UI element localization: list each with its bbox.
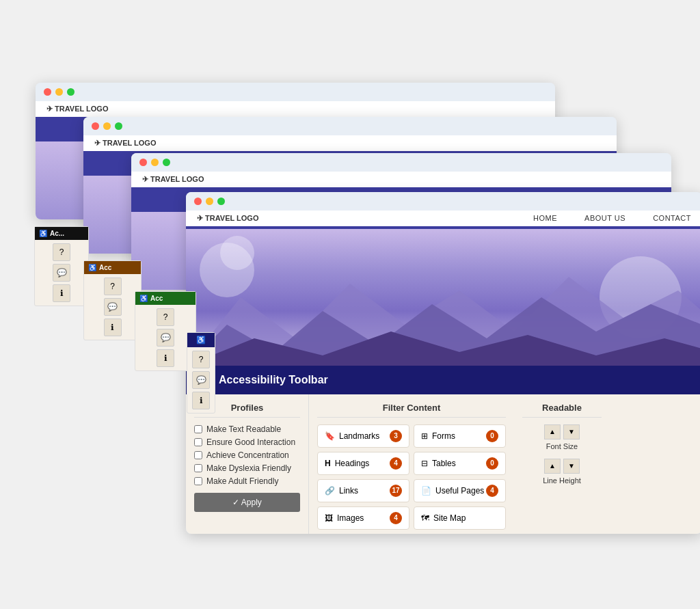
small-toolbar-1-header: ♿ Ac... [35,227,88,240]
small-toolbar-2-label: Acc [99,264,111,271]
icon-info-1[interactable]: ℹ [53,284,70,302]
nav-links-main: HOME ABOUT US CONTACT [533,214,691,222]
logo-main: ✈ TRAVEL LOGO [197,214,259,223]
icon-info-4[interactable]: ℹ [192,392,210,409]
filter-headings[interactable]: H Headings 4 [317,452,409,475]
images-badge: 4 [390,512,402,524]
line-height-down-button[interactable]: ▼ [563,459,580,474]
icon-info-2[interactable]: ℹ [104,319,122,336]
maximize-dot-main[interactable] [217,198,225,205]
maximize-dot-3[interactable] [163,159,170,166]
apply-button[interactable]: ✓ Apply [194,493,300,512]
landmarks-badge: 3 [390,430,402,442]
small-toolbar-3-icon: ♿ [139,295,148,302]
images-icon: 🖼 [325,513,333,523]
filter-tables[interactable]: ⊟ Tables 0 [414,452,506,475]
profile-adult-checkbox[interactable] [194,477,202,485]
small-toolbar-2-header: ♿ Acc [84,261,141,274]
line-height-up-button[interactable]: ▲ [544,459,561,474]
headings-label: Headings [335,459,370,468]
icon-question-2[interactable]: ? [104,278,122,295]
side-toolbar-4-header: ♿ [187,333,215,347]
profiles-section: Profiles Make Text Readable Ensure Good … [186,394,309,534]
filter-images[interactable]: 🖼 Images 4 [317,506,409,530]
profile-adult[interactable]: Make Adult Friendly [194,476,300,486]
nav-contact-main[interactable]: CONTACT [653,214,691,222]
icon-question-4[interactable]: ? [192,351,210,368]
maximize-dot-1[interactable] [67,88,75,96]
line-height-buttons: ▲ ▼ [544,459,580,474]
font-size-control: ▲ ▼ Font Size [522,424,602,450]
icon-question-1[interactable]: ? [53,243,70,261]
headings-icon: H [325,459,331,468]
useful-pages-icon: 📄 [421,486,431,496]
filter-grid: 🔖 Landmarks 3 ⊞ Forms 0 [317,424,506,530]
profile-readable-label: Make Text Readable [206,424,281,434]
font-size-up-button[interactable]: ▲ [544,424,561,439]
filter-forms[interactable]: ⊞ Forms 0 [414,424,506,448]
close-dot-main[interactable] [194,198,202,205]
links-badge: 17 [390,485,402,497]
profile-interaction-checkbox[interactable] [194,438,202,446]
close-dot-3[interactable] [139,159,147,166]
maximize-dot-2[interactable] [115,122,122,130]
hero-main [186,229,700,366]
images-label: Images [337,513,364,523]
mountains-svg [186,256,700,366]
side-toolbar-4-body: ? 💬 ℹ [187,347,215,413]
profile-interaction-label: Ensure Good Interaction [206,437,295,447]
close-dot-1[interactable] [44,88,51,96]
small-toolbar-1: ♿ Ac... ? 💬 ℹ [34,226,89,306]
headings-badge: 4 [390,457,402,470]
small-toolbar-3-label: Acc [150,295,163,302]
icon-chat-1[interactable]: 💬 [53,264,70,282]
filter-sitemap[interactable]: 🗺 Site Map [414,506,506,530]
minimize-dot-3[interactable] [151,159,159,166]
font-size-down-button[interactable]: ▼ [563,424,580,439]
logo-3: ✈ TRAVEL LOGO [142,175,204,184]
useful-pages-badge: 4 [486,485,498,497]
minimize-dot-2[interactable] [103,122,111,130]
icon-question-3[interactable]: ? [157,308,174,326]
nav-about-main[interactable]: ABOUT US [584,214,625,222]
browser-content-main: ✈ TRAVEL LOGO HOME ABOUT US CONTACT [186,211,700,534]
small-toolbar-1-icon: ♿ [39,230,47,237]
forms-label: Forms [432,431,455,441]
profile-dyslexia[interactable]: Make Dyslexia Friendly [194,463,300,473]
sitemap-icon: 🗺 [421,513,429,523]
icon-chat-4[interactable]: 💬 [192,371,210,389]
line-height-control: ▲ ▼ Line Height [522,459,602,485]
icon-chat-2[interactable]: 💬 [104,298,122,316]
side-toolbar-4: ♿ ? 💬 ℹ [187,332,215,414]
filter-landmarks[interactable]: 🔖 Landmarks 3 [317,424,409,448]
profile-good-interaction[interactable]: Ensure Good Interaction [194,437,300,447]
profile-make-readable[interactable]: Make Text Readable [194,424,300,434]
tables-icon: ⊟ [421,459,428,468]
logo-2: ✈ TRAVEL LOGO [94,139,157,148]
minimize-dot-main[interactable] [206,198,213,205]
filter-useful-pages[interactable]: 📄 Useful Pages 4 [414,479,506,502]
tables-badge: 0 [486,457,498,470]
toolbar-header: ♿ Accessibility Toolbar [186,366,700,394]
toolbar-body: Profiles Make Text Readable Ensure Good … [186,394,700,534]
profile-concentration[interactable]: Achieve Concentration [194,450,300,460]
line-height-label: Line Height [543,476,581,485]
icon-chat-3[interactable]: 💬 [157,329,174,347]
minimize-dot-1[interactable] [55,88,63,96]
profile-adult-label: Make Adult Friendly [206,476,278,486]
nav-home-main[interactable]: HOME [533,214,557,222]
logo-1: ✈ TRAVEL LOGO [46,105,109,113]
scene: ✈ TRAVEL LOGO HOME ABOUT US CONTACT ✈ TR… [22,45,678,565]
useful-pages-label: Useful Pages [435,486,484,496]
icon-info-3[interactable]: ℹ [157,349,174,367]
profile-dyslexia-label: Make Dyslexia Friendly [206,463,291,473]
profile-concentration-label: Achieve Concentration [206,450,289,460]
profile-concentration-checkbox[interactable] [194,451,202,459]
profile-dyslexia-checkbox[interactable] [194,464,202,472]
filter-links[interactable]: 🔗 Links 17 [317,479,409,502]
profile-readable-checkbox[interactable] [194,425,202,433]
close-dot-2[interactable] [92,122,99,130]
links-icon: 🔗 [325,486,335,496]
side-toolbar-4-icon: ♿ [196,336,206,344]
titlebar-1 [36,83,555,101]
